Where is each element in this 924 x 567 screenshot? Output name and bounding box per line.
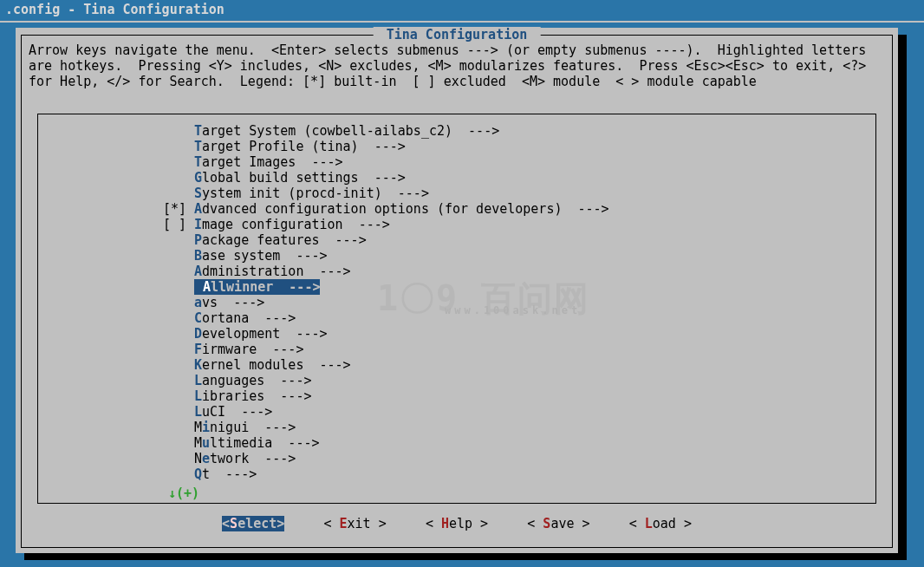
menu-item[interactable]: Development --->	[159, 326, 867, 342]
dialog-title: Tina Configuration	[374, 27, 541, 42]
menu-item[interactable]: Languages --->	[159, 373, 867, 388]
button-bar: <Select> < Exit > < Help > < Save > < Lo…	[22, 516, 892, 531]
help-text: Arrow keys navigate the menu. <Enter> se…	[29, 42, 885, 89]
exit-button[interactable]: < Exit >	[323, 516, 386, 531]
menu-item[interactable]: Kernel modules --->	[159, 357, 867, 373]
menu-item[interactable]: Base system --->	[159, 248, 867, 264]
load-button[interactable]: < Load >	[629, 516, 692, 531]
dialog: Tina Configuration Arrow keys navigate t…	[16, 28, 898, 553]
menu-item[interactable]: Package features --->	[159, 232, 867, 248]
menu-list[interactable]: Target System (cowbell-ailabs_c2) ---> T…	[159, 123, 867, 482]
menu-item[interactable]: Multimedia --->	[159, 435, 867, 451]
select-button[interactable]: <Select>	[222, 516, 284, 531]
menu-item[interactable]: LuCI --->	[159, 404, 867, 420]
window-titlebar: .config - Tina Configuration	[0, 0, 924, 21]
menu-item[interactable]: System init (procd-init) --->	[159, 186, 867, 201]
menu-item[interactable]: Network --->	[159, 451, 867, 466]
menu-item[interactable]: Qt --->	[159, 466, 867, 482]
menu-item[interactable]: Target Profile (tina) --->	[159, 139, 867, 154]
scroll-more-indicator: ↓(+)	[168, 486, 199, 501]
menu-item[interactable]: Allwinner --->	[159, 279, 867, 295]
menu-item[interactable]: Cortana --->	[159, 310, 867, 326]
help-button[interactable]: < Help >	[426, 516, 488, 531]
dialog-frame: Tina Configuration Arrow keys navigate t…	[21, 35, 893, 548]
menu-item[interactable]: [*] Advanced configuration options (for …	[159, 201, 867, 217]
menu-item[interactable]: Global build settings --->	[159, 170, 867, 186]
menu-item[interactable]: [ ] Image configuration --->	[159, 217, 867, 232]
menu-item[interactable]: avs --->	[159, 295, 867, 310]
menu-item[interactable]: Firmware --->	[159, 342, 867, 357]
menu-item[interactable]: Minigui --->	[159, 420, 867, 435]
menu-item[interactable]: Target Images --->	[159, 154, 867, 170]
menu-box: Target System (cowbell-ailabs_c2) ---> T…	[37, 114, 876, 504]
menu-item[interactable]: Administration --->	[159, 264, 867, 279]
title-separator	[0, 21, 924, 23]
menu-item[interactable]: Libraries --->	[159, 388, 867, 404]
menu-item[interactable]: Target System (cowbell-ailabs_c2) --->	[159, 123, 867, 139]
save-button[interactable]: < Save >	[527, 516, 589, 531]
